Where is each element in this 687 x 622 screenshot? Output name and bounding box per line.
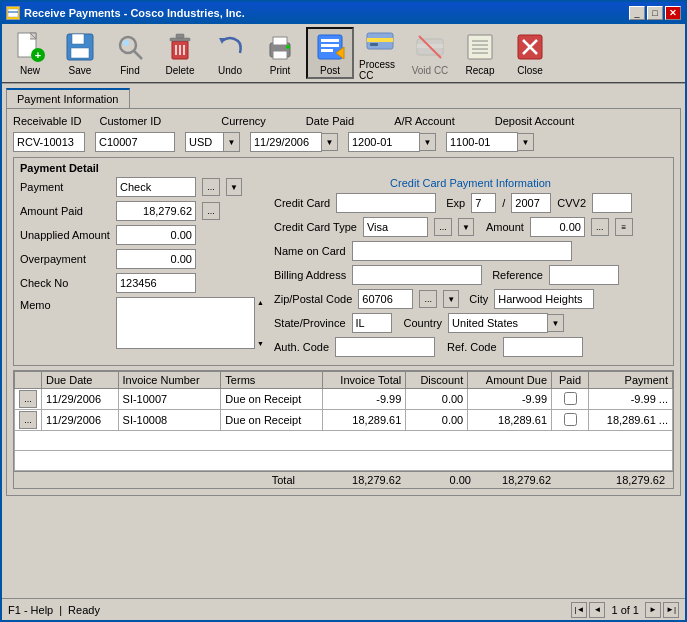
new-label: New	[20, 65, 40, 76]
reference-input[interactable]	[549, 265, 619, 285]
auth-code-label: Auth. Code	[274, 341, 329, 353]
zip-dots-button[interactable]: ...	[419, 290, 437, 308]
zip-dropdown[interactable]: ▼	[443, 290, 459, 308]
city-input[interactable]	[494, 289, 594, 309]
total-discount: 0.00	[409, 474, 479, 486]
row2-dots[interactable]: ...	[19, 411, 37, 429]
total-label-area: Total	[18, 474, 309, 486]
country-input[interactable]	[448, 313, 548, 333]
app-icon	[6, 6, 20, 20]
post-button[interactable]: Post	[306, 27, 354, 79]
deposit-account-input[interactable]	[446, 132, 518, 152]
auth-code-input[interactable]	[335, 337, 435, 357]
payment-detail-title: Payment Detail	[20, 162, 667, 174]
ar-account-group: A/R Account	[394, 115, 455, 127]
cc-type-dots-button[interactable]: ...	[434, 218, 452, 236]
receivable-id-input[interactable]: RCV-10013	[13, 132, 85, 152]
cvv2-input[interactable]	[592, 193, 632, 213]
undo-button[interactable]: Undo	[206, 27, 254, 79]
cc-amount-calc-button[interactable]: ≡	[615, 218, 633, 236]
print-button[interactable]: Print	[256, 27, 304, 79]
currency-select-wrap: USD ▼	[185, 132, 240, 152]
nav-last-button[interactable]: ►|	[663, 602, 679, 618]
zip-label: Zip/Postal Code	[274, 293, 352, 305]
ar-account-input[interactable]	[348, 132, 420, 152]
cc-input[interactable]	[336, 193, 436, 213]
amount-paid-label: Amount Paid	[20, 205, 110, 217]
customer-id-group: Customer ID	[99, 115, 161, 127]
col-paid: Paid	[552, 372, 589, 389]
exp-month-input[interactable]	[471, 193, 496, 213]
billing-addr-input[interactable]	[352, 265, 482, 285]
check-no-input[interactable]	[116, 273, 196, 293]
tab-payment-info[interactable]: Payment Information	[6, 88, 130, 108]
cc-amount-dots-button[interactable]: ...	[591, 218, 609, 236]
row1-payment-dots[interactable]: ...	[656, 393, 668, 405]
payment-input[interactable]	[116, 177, 196, 197]
maximize-button[interactable]: □	[647, 6, 663, 20]
table-row-empty	[15, 451, 673, 471]
row1-invoice-total: -9.99	[322, 389, 406, 410]
row2-terms: Due on Receipt	[221, 410, 322, 431]
memo-wrap: ▲ ▼	[116, 297, 266, 351]
close-toolbar-icon	[514, 31, 546, 63]
svg-rect-13	[170, 38, 190, 41]
nav-first-button[interactable]: |◄	[571, 602, 587, 618]
reference-label: Reference	[492, 269, 543, 281]
exp-slash: /	[502, 197, 505, 209]
svg-rect-24	[321, 39, 339, 42]
svg-rect-29	[367, 38, 393, 42]
city-label: City	[469, 293, 488, 305]
svg-rect-7	[72, 34, 84, 44]
customer-id-input[interactable]: C10007	[95, 132, 175, 152]
memo-scrollbar[interactable]: ▲ ▼	[254, 297, 266, 349]
exp-year-input[interactable]	[511, 193, 551, 213]
row1-dots[interactable]: ...	[19, 390, 37, 408]
deposit-account-dropdown-arrow[interactable]: ▼	[518, 133, 534, 151]
recap-label: Recap	[466, 65, 495, 76]
memo-scroll-down[interactable]: ▼	[257, 340, 264, 347]
invoice-table: Due Date Invoice Number Terms Invoice To…	[14, 371, 673, 471]
process-cc-icon	[364, 25, 396, 57]
find-button[interactable]: Find	[106, 27, 154, 79]
new-button[interactable]: + New	[6, 27, 54, 79]
memo-textarea[interactable]	[116, 297, 266, 349]
payment-dots-button[interactable]: ...	[202, 178, 220, 196]
date-paid-dropdown-arrow[interactable]: ▼	[322, 133, 338, 151]
recap-button[interactable]: Recap	[456, 27, 504, 79]
row1-paid-checkbox[interactable]	[564, 392, 577, 405]
process-cc-button[interactable]: Process CC	[356, 27, 404, 79]
row2-payment-dots[interactable]: ...	[656, 414, 668, 426]
memo-scroll-up[interactable]: ▲	[257, 299, 264, 306]
country-select-wrap: ▼	[448, 313, 564, 333]
cc-type-input[interactable]	[363, 217, 428, 237]
row2-paid-checkbox[interactable]	[564, 413, 577, 426]
delete-button[interactable]: Delete	[156, 27, 204, 79]
payment-dropdown-arrow[interactable]: ▼	[226, 178, 242, 196]
country-dropdown-arrow[interactable]: ▼	[548, 314, 564, 332]
minimize-button[interactable]: _	[629, 6, 645, 20]
ar-account-dropdown-arrow[interactable]: ▼	[420, 133, 436, 151]
deposit-account-group: Deposit Account	[495, 115, 575, 127]
void-cc-button[interactable]: Void CC	[406, 27, 454, 79]
amount-paid-dots-button[interactable]: ...	[202, 202, 220, 220]
cc-amount-input[interactable]	[530, 217, 585, 237]
toolbar: + New Save	[2, 24, 685, 84]
col-discount: Discount	[406, 372, 468, 389]
close-button[interactable]: ✕	[665, 6, 681, 20]
state-input[interactable]	[352, 313, 392, 333]
name-on-card-input[interactable]	[352, 241, 572, 261]
save-button[interactable]: Save	[56, 27, 104, 79]
recap-icon	[464, 31, 496, 63]
svg-point-22	[286, 45, 290, 49]
amount-paid-input[interactable]	[116, 201, 196, 221]
cc-type-dropdown[interactable]: ▼	[458, 218, 474, 236]
process-cc-label: Process CC	[359, 59, 401, 81]
ref-code-input[interactable]	[503, 337, 583, 357]
nav-next-button[interactable]: ►	[645, 602, 661, 618]
close-toolbar-button[interactable]: Close	[506, 27, 554, 79]
nav-prev-button[interactable]: ◄	[589, 602, 605, 618]
date-paid-input[interactable]	[250, 132, 322, 152]
currency-select[interactable]: USD	[185, 132, 240, 152]
zip-input[interactable]	[358, 289, 413, 309]
